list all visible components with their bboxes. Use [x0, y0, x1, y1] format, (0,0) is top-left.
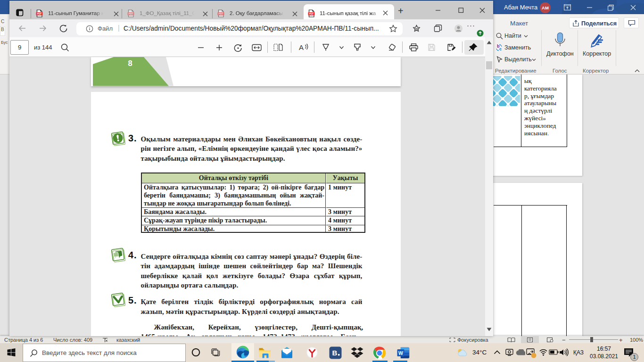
svg-text:A: A [299, 43, 304, 51]
svg-text:PDF: PDF [129, 12, 133, 15]
svg-text:PDF: PDF [309, 12, 314, 15]
svg-text:c: c [499, 47, 502, 51]
svg-text:PDF: PDF [37, 12, 42, 15]
svg-text:PDF: PDF [219, 12, 223, 15]
svg-text:W: W [398, 350, 403, 356]
svg-text:8: 8 [128, 59, 132, 67]
svg-text:B: B [332, 349, 338, 357]
